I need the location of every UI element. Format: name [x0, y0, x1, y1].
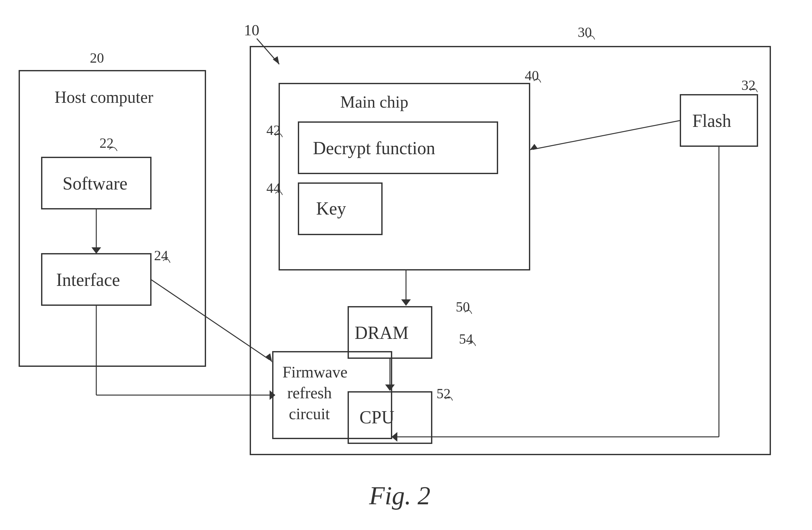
firmwave-line3: circuit	[289, 405, 330, 423]
ref20-label: 20	[90, 50, 104, 66]
decrypt-function-label: Decrypt function	[313, 138, 435, 158]
svg-line-4	[151, 279, 270, 360]
ref24-label: 24	[154, 248, 168, 263]
ref54-label: 54	[459, 331, 473, 347]
interface-label: Interface	[56, 270, 120, 290]
cpu-label: CPU	[360, 407, 394, 427]
key-label: Key	[316, 198, 346, 219]
host-computer-label: Host computer	[55, 88, 154, 106]
svg-marker-11	[385, 385, 395, 391]
svg-marker-9	[401, 299, 411, 306]
diagram-container: 10 20 Host computer 22 Software 24 Inter…	[0, 0, 812, 530]
ref44-label: 44	[266, 180, 280, 196]
host-computer-box	[19, 71, 205, 366]
svg-marker-3	[91, 247, 101, 254]
ref40-label: 40	[525, 68, 539, 84]
firmwave-line1: Firmwave	[282, 363, 348, 381]
svg-marker-7	[530, 144, 538, 150]
software-label: Software	[62, 173, 127, 193]
ref42-label: 42	[266, 122, 280, 138]
ref52-label: 52	[436, 386, 451, 402]
ref22-label: 22	[100, 135, 114, 151]
figure-title: Fig. 2	[369, 482, 430, 510]
patent-diagram: 10 20 Host computer 22 Software 24 Inter…	[0, 0, 812, 530]
flash-label: Flash	[692, 111, 731, 131]
ref50-label: 50	[456, 299, 470, 315]
ref30-label: 30	[578, 24, 592, 40]
main-chip-label: Main chip	[340, 93, 408, 111]
svg-line-6	[533, 121, 680, 149]
ref10-label: 10	[244, 22, 259, 39]
dram-label: DRAM	[354, 323, 409, 343]
ref32-label: 32	[741, 78, 755, 93]
svg-marker-18	[392, 432, 397, 442]
main-chip-box	[279, 84, 530, 270]
firmwave-line2: refresh	[287, 384, 332, 402]
